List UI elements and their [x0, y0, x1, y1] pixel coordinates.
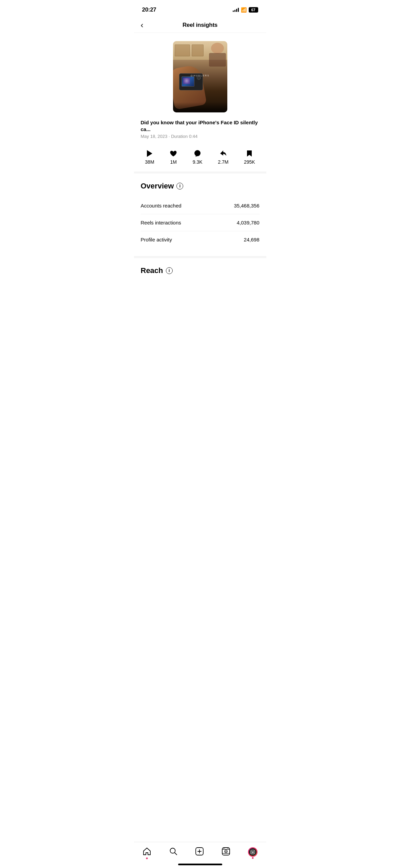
- overview-title: Overview: [141, 182, 174, 191]
- share-icon: [220, 150, 227, 157]
- reach-info-icon[interactable]: i: [166, 267, 173, 274]
- profile-activity-value: 24,698: [244, 237, 260, 242]
- shelf-detail-1: [175, 44, 190, 56]
- stats-row: 38M 1M 9.3K: [134, 144, 266, 174]
- reels-interactions-value: 4,039,780: [237, 220, 260, 225]
- stat-comments: 9.3K: [193, 150, 203, 165]
- comments-value: 9.3K: [193, 159, 203, 165]
- overview-header: Overview i: [141, 182, 260, 191]
- stat-plays: 38M: [145, 150, 154, 165]
- thumbnail-watermark: @HUSLERS: [190, 74, 209, 76]
- stat-saves: 295K: [244, 150, 255, 165]
- plays-value: 38M: [145, 159, 154, 165]
- camera-face-preview: [183, 78, 190, 84]
- signal-icon: [233, 8, 239, 12]
- reach-header: Reach i: [141, 266, 260, 275]
- overview-item-accounts-reached: Accounts reached 35,468,356: [141, 197, 260, 214]
- back-button[interactable]: ‹: [141, 20, 144, 30]
- comment-icon: [194, 150, 201, 157]
- overview-items: Accounts reached 35,468,356 Reels intera…: [141, 197, 260, 248]
- reel-thumbnail[interactable]: @HUSLERS: [173, 41, 227, 112]
- gradient-overlay: [173, 102, 227, 112]
- play-icon: [147, 150, 152, 157]
- save-icon: [246, 150, 252, 157]
- person-body: [209, 53, 226, 67]
- status-bar: 20:27 📶 67: [134, 0, 266, 18]
- svg-point-0: [194, 150, 201, 156]
- reel-date: May 18, 2023: [141, 134, 168, 139]
- overview-item-reels-interactions: Reels interactions 4,039,780: [141, 214, 260, 231]
- overview-info-icon[interactable]: i: [176, 183, 183, 189]
- camera-screen: [182, 76, 194, 87]
- overview-item-profile-activity: Profile activity 24,698: [141, 231, 260, 248]
- heart-icon: [170, 150, 177, 157]
- likes-value: 1M: [170, 159, 176, 165]
- stat-likes: 1M: [170, 150, 177, 165]
- person-head: [211, 43, 224, 54]
- shelf-detail-2: [192, 44, 204, 56]
- reach-title: Reach: [141, 266, 163, 275]
- status-icons: 📶 67: [233, 7, 258, 13]
- stat-shares: 2.7M: [218, 150, 228, 165]
- caption-section: Did you know that your iPhone's Face ID …: [134, 118, 266, 144]
- status-time: 20:27: [142, 6, 156, 13]
- saves-value: 295K: [244, 159, 255, 165]
- page-title: Reel insights: [183, 22, 217, 29]
- wifi-icon: 📶: [241, 7, 247, 13]
- profile-activity-label: Profile activity: [141, 237, 172, 242]
- shares-value: 2.7M: [218, 159, 228, 165]
- reels-interactions-label: Reels interactions: [141, 220, 181, 225]
- overview-section: Overview i Accounts reached 35,468,356 R…: [134, 174, 266, 258]
- reel-meta: May 18, 2023 · Duration 0:44: [141, 134, 260, 139]
- reel-duration: Duration 0:44: [171, 134, 197, 139]
- accounts-reached-label: Accounts reached: [141, 203, 182, 209]
- battery-icon: 67: [249, 7, 258, 13]
- accounts-reached-value: 35,468,356: [234, 203, 259, 209]
- thumbnail-container: @HUSLERS: [134, 33, 266, 118]
- reach-section: Reach i: [134, 258, 266, 287]
- reel-caption: Did you know that your iPhone's Face ID …: [141, 119, 260, 132]
- header: ‹ Reel insights: [134, 18, 266, 33]
